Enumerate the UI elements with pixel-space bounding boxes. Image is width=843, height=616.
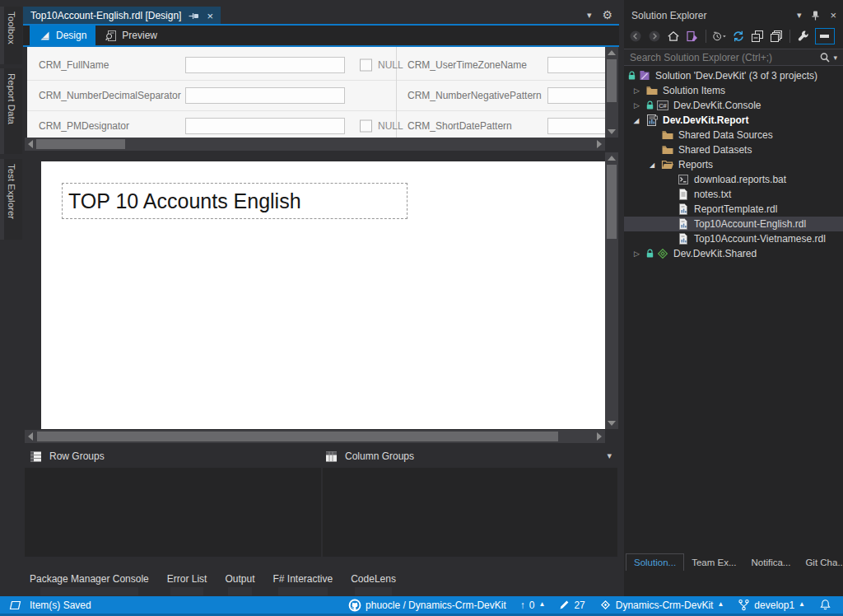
vs-window: { "window": { "doc_tab_title": "Top10Acc… [0,0,843,616]
expander-collapsed-icon[interactable]: ▷ [634,250,645,258]
pin-icon[interactable] [189,11,199,21]
grouping-pane-caret-icon[interactable]: ▾ [607,450,612,461]
solution-explorer-search[interactable]: Search Solution Explorer (Ctrl+;) ▾ [624,49,843,66]
scroll-left-arrow-icon[interactable] [28,140,33,148]
document-tab[interactable]: Top10Account-English.rdl [Design] × [23,7,221,25]
tree-item-dev-devkit-console[interactable]: ▷C#Dev.DevKit.Console [624,98,843,113]
design-vertical-scrollbar[interactable] [605,152,618,429]
forward-icon[interactable] [647,29,662,44]
parameter-value-input[interactable] [185,87,345,104]
mode-tab-preview[interactable]: Preview [95,26,166,45]
close-icon[interactable]: × [830,9,836,21]
rdl-file-icon [677,232,690,245]
branch-picker[interactable]: develop1 ▲ [738,599,805,611]
panel-tab-error-list[interactable]: Error List [167,573,207,595]
rail-tab-test-explorer[interactable]: Test Explorer [0,159,22,240]
close-icon[interactable]: × [207,10,213,22]
scroll-right-arrow-icon[interactable] [597,140,602,148]
row-groups-panel[interactable] [25,468,321,557]
tab-list-caret-icon[interactable]: ▾ [587,10,592,21]
expander-collapsed-icon[interactable]: ▷ [634,101,645,110]
tree-item-shared-data-sources[interactable]: Shared Data Sources [624,128,843,142]
panel-tab-package-manager-console[interactable]: Package Manager Console [30,573,149,595]
panel-tab-f-interactive[interactable]: F# Interactive [272,573,333,595]
panel-tab-codelens[interactable]: CodeLens [351,573,396,595]
scroll-down-arrow-icon[interactable] [608,129,616,134]
parameters-horizontal-scrollbar[interactable] [25,138,605,151]
window-position-caret-icon[interactable]: ▾ [797,10,802,21]
parameters-vertical-scrollbar[interactable] [605,47,618,138]
scroll-up-arrow-icon[interactable] [608,50,616,55]
panel-tab-output[interactable]: Output [225,573,254,595]
design-horizontal-scrollbar[interactable] [25,430,605,443]
scrollbar-thumb[interactable] [607,59,617,102]
outgoing-commits-indicator[interactable]: ↑ 0 ▲ [520,600,546,611]
back-icon[interactable] [628,29,643,44]
parameter-value-input[interactable] [185,57,345,73]
parameter-label: CRM_PMDesignator [39,120,129,132]
properties-wrench-icon[interactable] [796,29,811,44]
tree-item-dev-devkit-report[interactable]: ◢Dev.DevKit.Report [624,113,843,128]
scroll-right-arrow-icon[interactable] [597,432,602,441]
tree-item-download-reports-bat[interactable]: download.reports.bat [624,172,843,187]
null-checkbox[interactable] [360,120,372,133]
expander-expanded-icon[interactable]: ◢ [650,161,661,169]
background-tasks-icon[interactable] [8,600,22,611]
tree-item-notes-txt[interactable]: notes.txt [624,187,843,202]
scrollbar-thumb[interactable] [37,432,558,441]
parameter-value-input[interactable] [547,87,605,104]
preview-selected-icon[interactable] [815,28,835,44]
collapse-recursive-icon[interactable] [769,29,784,44]
se-tab-solution[interactable]: Solution... [626,553,684,571]
null-checkbox[interactable] [360,59,372,72]
rail-tab-report-data[interactable]: Report Data [0,68,22,154]
tree-item-solution-items[interactable]: ▷Solution Items [624,83,843,98]
tree-item-top10account-vietnamese-rdl[interactable]: Top10Account-Vietnamese.rdl [624,231,843,246]
refresh-icon[interactable] [731,29,746,44]
collapse-all-icon[interactable] [750,29,765,44]
mode-tab-design[interactable]: Design [30,26,95,45]
parameter-value-input[interactable] [185,118,345,134]
tree-item-reports[interactable]: ◢Reports [624,157,843,172]
column-groups-panel[interactable] [323,468,617,557]
solution-explorer-toolbar [628,26,840,46]
expander-expanded-icon[interactable]: ◢ [634,117,645,124]
tree-item-shared-datasets[interactable]: Shared Datasets [624,142,843,157]
pending-changes-indicator[interactable]: 27 [559,600,585,611]
tree-item-solution-dev-devkit-3-of-3-projects[interactable]: Solution 'Dev.DevKit' (3 of 3 projects) [624,68,843,83]
caret-up-icon: ▲ [717,600,724,608]
report-design-canvas[interactable]: TOP 10 Accounts English [41,161,605,429]
history-icon[interactable] [712,29,727,44]
tree-item-dev-devkit-shared[interactable]: ▷Dev.DevKit.Shared [624,246,843,261]
scrollbar-thumb[interactable] [36,139,125,149]
text-file-icon [677,188,690,201]
rdl-file-icon [677,203,690,216]
search-options-caret-icon[interactable]: ▾ [833,54,837,62]
se-tab-notifica[interactable]: Notifica... [743,553,798,571]
pin-icon[interactable] [811,11,820,21]
notifications-bell-icon[interactable] [819,599,831,611]
expander-collapsed-icon[interactable]: ▷ [634,86,645,95]
rail-tab-toolbox[interactable]: Toolbox [0,7,22,64]
repository-picker[interactable]: Dynamics-Crm-DevKit ▲ [599,599,724,611]
tree-item-label: Top10Account-English.rdl [694,218,806,230]
scroll-down-arrow-icon[interactable] [608,421,616,426]
tree-item-label: Solution Items [663,85,725,96]
se-tab-team-ex[interactable]: Team Ex... [684,553,743,571]
pending-changes-icon[interactable] [685,29,700,44]
tree-item-reporttemplate-rdl[interactable]: ReportTemplate.rdl [624,202,843,217]
tree-item-label: Shared Datasets [678,144,752,156]
se-tab-git-cha[interactable]: Git Cha... [798,553,843,571]
tree-item-top10account-english-rdl[interactable]: Top10Account-English.rdl [624,217,843,231]
scrollbar-thumb[interactable] [607,165,617,239]
search-placeholder: Search Solution Explorer (Ctrl+;) [630,52,819,63]
parameter-value-input[interactable] [547,118,605,134]
scroll-left-arrow-icon[interactable] [28,432,33,441]
report-title-textbox[interactable]: TOP 10 Accounts English [62,183,408,219]
editor-options-gear-icon[interactable]: ⚙ [602,8,612,21]
github-repo-link[interactable]: phuocle / Dynamics-Crm-DevKit [348,599,506,612]
search-icon[interactable] [819,52,831,63]
scroll-up-arrow-icon[interactable] [608,156,616,161]
home-icon[interactable] [666,29,681,44]
parameter-value-input[interactable] [547,57,605,73]
